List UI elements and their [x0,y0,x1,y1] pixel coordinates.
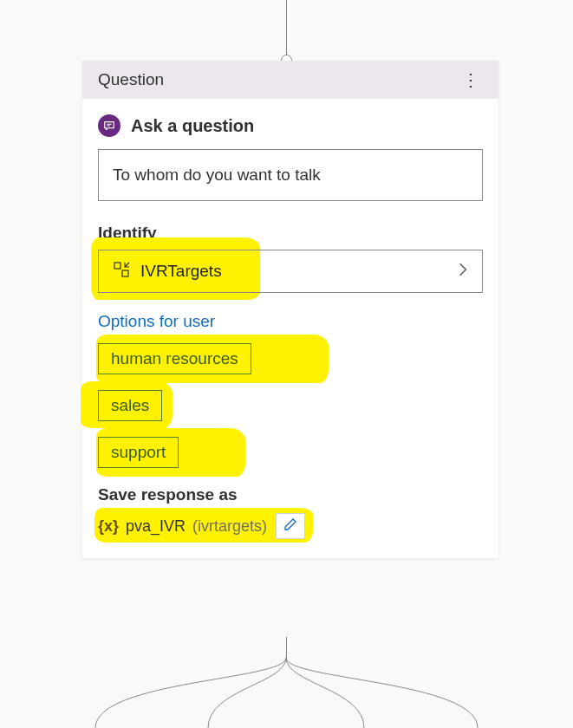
more-menu-icon[interactable]: ⋮ [459,69,483,90]
question-node-card[interactable]: Question ⋮ Ask a question To whom do you… [82,61,498,558]
ask-question-label: Ask a question [131,116,254,136]
identify-selector[interactable]: IVRTargets [98,250,483,293]
connector-line-top [286,0,287,61]
entity-icon [113,261,130,282]
card-body: Ask a question To whom do you want to ta… [82,99,498,558]
pencil-icon [283,517,297,535]
variable-name: pva_IVR [126,517,186,536]
variable-brace-icon: {x} [98,517,119,536]
card-header: Question ⋮ [82,61,498,99]
variable-token[interactable]: {x} pva_IVR (ivrtargets) [98,513,483,539]
question-prompt-input[interactable]: To whom do you want to talk [98,149,483,201]
card-title: Question [98,70,164,89]
options-for-user-link[interactable]: Options for user [98,312,215,331]
variable-type: (ivrtargets) [192,517,267,536]
chevron-right-icon [458,262,468,281]
svg-rect-0 [114,263,120,269]
option-chip[interactable]: human resources [98,343,251,374]
branch-connectors [0,654,573,728]
chat-bubble-icon [98,114,120,137]
option-chip[interactable]: sales [98,390,162,421]
save-response-label: Save response as [98,485,483,504]
identify-value: IVRTargets [140,262,222,281]
svg-rect-1 [122,270,128,276]
option-chip[interactable]: support [98,437,179,468]
ask-question-row: Ask a question [98,114,483,137]
edit-variable-button[interactable] [276,513,305,539]
